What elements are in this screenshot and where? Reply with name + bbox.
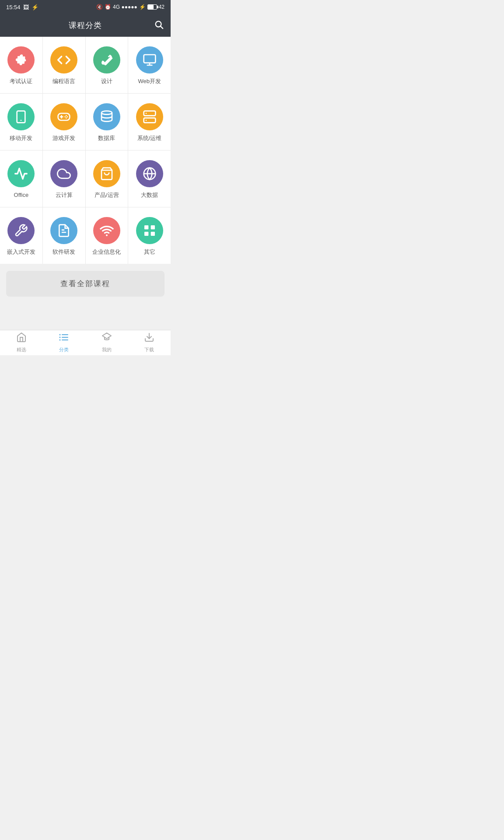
bottom-nav: 精选分类我的下载 [0, 330, 171, 355]
svg-rect-26 [150, 225, 154, 229]
svg-point-24 [106, 234, 108, 236]
nav-item-download[interactable]: 下载 [128, 330, 171, 355]
other-icon [136, 217, 163, 244]
category-item-other[interactable]: 其它 [128, 207, 171, 264]
cloud-icon [50, 160, 77, 187]
category-item-embedded[interactable]: 嵌入式开发 [0, 207, 42, 264]
software-icon [50, 217, 77, 244]
office-label: Office [14, 192, 29, 199]
category-item-software[interactable]: 软件研发 [43, 207, 85, 264]
mine-nav-label: 我的 [102, 346, 112, 353]
page-title: 课程分类 [69, 20, 102, 31]
usb-icon: ⚡ [32, 4, 38, 10]
svg-rect-28 [150, 231, 154, 235]
svg-marker-35 [102, 333, 111, 339]
category-item-exam[interactable]: 考试认证 [0, 37, 42, 93]
home-nav-label: 精选 [17, 346, 26, 353]
battery-pct: 42 [159, 4, 164, 10]
svg-rect-2 [144, 55, 155, 63]
network-label: 4G ●●●●● [113, 4, 137, 10]
content-spacer [0, 304, 171, 330]
other-label: 其它 [144, 248, 155, 256]
status-left: 15:54 🖼 ⚡ [6, 4, 38, 10]
game-label: 游戏开发 [52, 135, 75, 142]
nav-item-home[interactable]: 精选 [0, 330, 43, 355]
category-item-mobile[interactable]: 移动开发 [0, 94, 42, 150]
battery-bar [147, 4, 157, 10]
svg-point-14 [102, 111, 112, 115]
view-all-button[interactable]: 查看全部课程 [6, 271, 164, 297]
cloud-label: 云计算 [56, 192, 73, 199]
embedded-icon [7, 217, 35, 244]
charging-icon: ⚡ [139, 4, 146, 10]
download-nav-icon [144, 332, 154, 345]
product-label: 产品/运营 [94, 192, 119, 199]
design-label: 设计 [101, 78, 112, 85]
exam-icon [7, 46, 35, 74]
mobile-label: 移动开发 [10, 135, 32, 142]
search-button[interactable] [154, 20, 164, 32]
download-nav-label: 下载 [144, 346, 154, 353]
sysops-icon [136, 103, 163, 130]
enterprise-label: 企业信息化 [92, 248, 121, 256]
alarm-icon: ⏰ [105, 4, 111, 10]
category-nav-icon [59, 332, 69, 345]
status-bar: 15:54 🖼 ⚡ 🔇 ⏰ 4G ●●●●● ⚡ 42 [0, 0, 171, 14]
category-item-office[interactable]: Office [0, 150, 42, 207]
category-item-bigdata[interactable]: 大数据 [128, 150, 171, 207]
svg-rect-25 [144, 225, 148, 229]
category-item-cloud[interactable]: 云计算 [43, 150, 85, 207]
svg-point-10 [66, 115, 67, 116]
db-label: 数据库 [98, 135, 115, 142]
category-item-design[interactable]: 设计 [86, 37, 128, 93]
svg-point-12 [66, 117, 67, 119]
design-icon [93, 46, 120, 74]
svg-point-11 [67, 116, 68, 118]
office-icon [7, 160, 35, 187]
enterprise-icon [93, 217, 120, 244]
photo-icon: 🖼 [23, 4, 29, 10]
exam-label: 考试认证 [10, 78, 32, 85]
nav-item-mine[interactable]: 我的 [85, 330, 128, 355]
web-icon [136, 46, 163, 74]
mute-icon: 🔇 [96, 4, 103, 10]
bigdata-icon [136, 160, 163, 187]
category-item-product[interactable]: 产品/运营 [86, 150, 128, 207]
category-grid: 考试认证编程语言设计Web开发移动开发游戏开发数据库系统/运维Office云计算… [0, 37, 171, 264]
software-label: 软件研发 [52, 248, 75, 256]
sysops-label: 系统/运维 [137, 135, 162, 142]
category-item-db[interactable]: 数据库 [86, 94, 128, 150]
category-nav-label: 分类 [59, 346, 69, 353]
time-display: 15:54 [6, 4, 21, 10]
game-icon [50, 103, 77, 130]
svg-rect-27 [144, 231, 148, 235]
svg-rect-16 [144, 118, 155, 123]
bigdata-label: 大数据 [141, 192, 158, 199]
embedded-label: 嵌入式开发 [7, 248, 35, 256]
web-label: Web开发 [138, 78, 161, 85]
nav-item-category[interactable]: 分类 [43, 330, 86, 355]
mine-nav-icon [102, 332, 112, 345]
db-icon [93, 103, 120, 130]
category-item-game[interactable]: 游戏开发 [43, 94, 85, 150]
category-item-web[interactable]: Web开发 [128, 37, 171, 93]
svg-line-1 [161, 26, 163, 28]
app-header: 课程分类 [0, 14, 171, 37]
category-item-prog[interactable]: 编程语言 [43, 37, 85, 93]
home-nav-icon [16, 332, 27, 345]
mobile-icon [7, 103, 35, 130]
category-item-enterprise[interactable]: 企业信息化 [86, 207, 128, 264]
svg-rect-5 [17, 111, 25, 123]
prog-icon [50, 46, 77, 74]
product-icon [93, 160, 120, 187]
svg-rect-15 [144, 111, 155, 116]
svg-point-13 [64, 116, 66, 118]
prog-label: 编程语言 [52, 78, 75, 85]
status-right: 🔇 ⏰ 4G ●●●●● ⚡ 42 [96, 4, 164, 10]
category-item-sysops[interactable]: 系统/运维 [128, 94, 171, 150]
